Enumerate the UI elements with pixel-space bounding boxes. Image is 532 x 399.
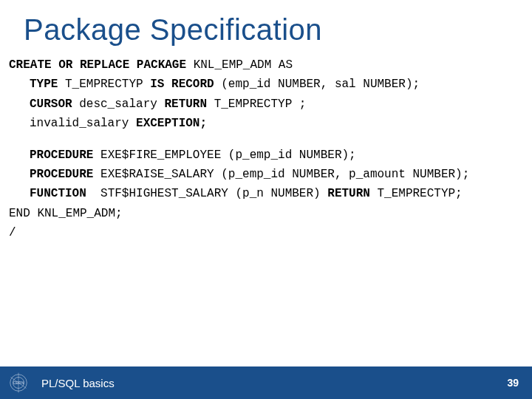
footer-title: PL/SQL basics: [41, 377, 507, 389]
page-number: 39: [507, 377, 519, 389]
code-block: CREATE OR REPLACE PACKAGE KNL_EMP_ADM AS…: [0, 54, 532, 366]
page-title: Package Specification: [0, 0, 532, 54]
slide: Package Specification CREATE OR REPLACE …: [0, 0, 532, 399]
footer: CERN PL/SQL basics 39: [0, 366, 532, 399]
cern-logo-icon: CERN: [7, 372, 30, 394]
svg-text:CERN: CERN: [13, 381, 24, 385]
